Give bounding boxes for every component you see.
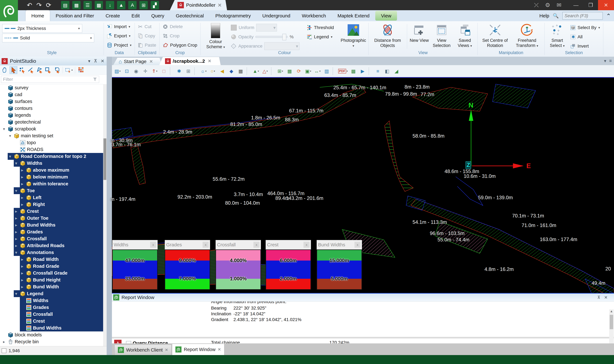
tree-item-road-conformance-for-topo-2[interactable]: ▾Road Conformance for topo 2 (8, 153, 103, 160)
tree-item-main-testing-set[interactable]: ▾main testing set (8, 132, 103, 139)
appearance-row[interactable]: Appearance▾ (230, 42, 300, 50)
tab-workbench-client[interactable]: Workbench Client ✕ (114, 345, 171, 355)
panel-menu-icon[interactable]: ▾ (88, 58, 90, 64)
disconnect-icon[interactable]: ⤫ (534, 2, 539, 8)
tree-item-surfaces[interactable]: surfaces (2, 98, 103, 105)
tree-item-road-width[interactable]: ▸Road Width (20, 256, 103, 263)
tree-item-crest[interactable]: Crest (20, 318, 103, 325)
refresh-icon[interactable]: ⟳ (46, 1, 51, 9)
tree-item-toe[interactable]: ▾Toe (14, 187, 103, 194)
legend-panel-crest[interactable]: Crestx6.000m2.000m (265, 240, 311, 291)
uniform-colour-row[interactable]: Uniform▾ (230, 24, 300, 32)
tree-item-survey[interactable]: survey (2, 84, 103, 91)
render-quality-icon[interactable]: ◆ (227, 67, 236, 75)
expand-closed-icon[interactable]: ▸ (20, 195, 25, 200)
select-line-tool-icon[interactable] (27, 66, 35, 74)
crop-button[interactable]: Crop (162, 32, 198, 40)
smart-select-button[interactable]: +++++ Smart Select ▾ (547, 23, 568, 50)
legend-panel-close-icon[interactable]: x (354, 242, 361, 248)
expand-closed-icon[interactable]: ▸ (14, 223, 19, 227)
slice-panels-icon[interactable]: ▥ (322, 67, 331, 75)
expand-open-icon[interactable]: ▾ (8, 134, 13, 138)
tree-item-grades[interactable]: ▸Grades (14, 228, 103, 235)
line-style-select[interactable]: Solid▾ (2, 34, 94, 42)
search-input[interactable] (562, 12, 603, 20)
tree-item-crest[interactable]: ▸Crest (14, 208, 103, 215)
expand-closed-icon[interactable]: ▸ (20, 257, 25, 262)
tree-item-cad[interactable]: cad (2, 91, 103, 98)
deselect-all-icon[interactable]: ✱ (175, 67, 183, 75)
expand-closed-icon[interactable]: ▸ (20, 271, 25, 275)
select-polygon-tool-icon[interactable] (36, 66, 43, 74)
legend-panel-close-icon[interactable]: x (304, 242, 309, 248)
tree-item-geotechnical[interactable]: geotechnical (2, 119, 103, 126)
tree-item-road-grade[interactable]: ▸Road Grade (20, 263, 103, 270)
3d-viewport[interactable]: 25.4m - 65.7m - 140.1m8m - 23.8m63.4m - … (112, 77, 614, 294)
tree-item-roads[interactable]: ROADS (14, 146, 103, 153)
expand-open-icon[interactable]: ▾ (14, 161, 19, 166)
expand-open-icon[interactable]: ▾ (14, 250, 19, 255)
snap-grid-icon[interactable]: ⊞▾ (276, 67, 285, 75)
marquee-select-tool-icon[interactable] (65, 66, 73, 74)
zoom-extents-icon[interactable]: ✛ (141, 67, 150, 75)
tab-start-page[interactable]: ⌂ Start Page ✕ (113, 58, 162, 65)
tree-item-scrapbook[interactable]: ▾scrapbook (2, 126, 103, 132)
select-tool-icon[interactable] (10, 66, 17, 74)
tab-list-icon[interactable]: ▾ (604, 58, 606, 64)
close-button[interactable]: ✕ (598, 0, 614, 10)
marker-icon[interactable]: ▲▾ (251, 67, 260, 75)
expand-closed-icon[interactable]: ▸ (14, 230, 19, 234)
tree-item-outer-toe[interactable]: ▸Outer Toe (14, 215, 103, 221)
opacity-slider[interactable] (255, 36, 288, 38)
view-mode-icon[interactable]: ▧▾ (113, 67, 122, 75)
task-list-icon[interactable]: ☰ (84, 1, 92, 9)
copy-button[interactable]: Copy (137, 32, 157, 40)
collapse-ribbon-icon[interactable]: ⌃ (606, 13, 611, 19)
orbit-icon[interactable]: ⟳ (294, 67, 303, 75)
expand-closed-icon[interactable]: ▸ (14, 209, 19, 214)
colour-scheme-button[interactable]: Colour Scheme ▾ (203, 23, 228, 50)
expand-closed-icon[interactable]: ▸ (20, 168, 25, 172)
expand-closed-icon[interactable]: ▸ (14, 244, 19, 248)
import-button[interactable]: Import▾ (106, 23, 132, 31)
sound-icon[interactable]: ◀ (218, 67, 226, 75)
report-pin-icon[interactable]: ⊼ (597, 295, 600, 300)
expand-closed-icon[interactable]: ▸ (20, 278, 25, 282)
report-builder-icon[interactable]: ▤ (61, 1, 70, 9)
pan-tool-icon[interactable] (1, 66, 9, 74)
split-view-icon[interactable]: ◧ (383, 67, 391, 75)
minimize-button[interactable]: — (569, 0, 583, 10)
calculator-icon[interactable]: ▩ (95, 1, 103, 9)
tree-item-annotations[interactable]: ▾Annotations (14, 249, 103, 256)
view-selection-button[interactable]: View Selection (431, 23, 453, 50)
pointmodeller-tab[interactable]: PointModeller ✕ (170, 0, 227, 10)
status-checkbox[interactable] (2, 348, 6, 353)
polygon-crop-button[interactable]: Polygon Crop (162, 41, 198, 49)
uniform-select[interactable]: ▾ (256, 24, 277, 31)
line-thickness-select[interactable]: 2px Thickness▾ (2, 24, 82, 33)
expand-closed-icon[interactable]: ▸ (20, 202, 25, 207)
tree-item-crossfall-grade[interactable]: ▸Crossfall Grade (20, 270, 103, 276)
project-button[interactable]: Project▾ (106, 41, 132, 49)
panel-splitter[interactable] (107, 57, 112, 355)
select-rectangle-tool-icon[interactable] (44, 66, 52, 74)
copy-view-icon[interactable]: ⊞ (184, 67, 193, 75)
text-label-icon[interactable]: A (128, 1, 137, 9)
legend-panel-titlebar[interactable]: Crossfallx (216, 240, 261, 249)
collapse-query-icon[interactable] (126, 341, 131, 344)
menu-tab-maptek-extend[interactable]: Maptek Extend (332, 10, 375, 21)
tree-item-attributed-roads[interactable]: ▸Attributed Roads (14, 242, 103, 249)
legend-panel-widths[interactable]: Widthsx47.000m33.000m (112, 240, 158, 291)
filter-funnel-icon[interactable] (92, 77, 98, 82)
filter-input[interactable] (1, 77, 92, 82)
undo-icon[interactable]: ↶ (27, 1, 32, 9)
clip-volume-icon[interactable]: □ (160, 67, 168, 75)
new-view-button[interactable]: New View (410, 23, 429, 50)
tree-item-topo[interactable]: topo (14, 139, 103, 146)
tree-item-within-tolerance[interactable]: ▸within tolerance (20, 180, 103, 187)
grid-toggle-icon[interactable]: ▦ (285, 67, 294, 75)
menu-tab-geotechnical[interactable]: Geotechnical (170, 10, 210, 21)
close-workbench-client-icon[interactable]: ✕ (165, 348, 168, 352)
freehand-transform-button[interactable]: Freehand Transform ▾ (512, 23, 542, 50)
export-pdf-icon[interactable]: PDF▾ (337, 67, 349, 75)
